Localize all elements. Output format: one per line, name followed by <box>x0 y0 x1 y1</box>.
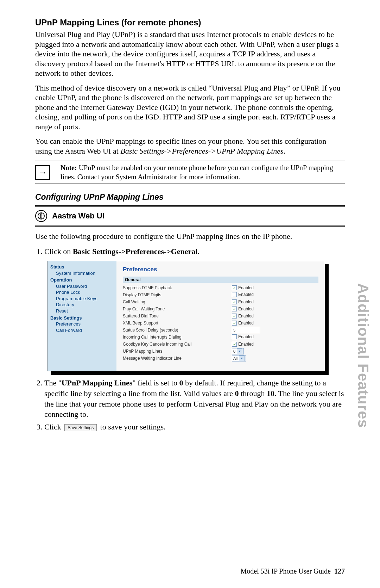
pref-control: 5 <box>232 327 318 333</box>
nav-directory[interactable]: Directory <box>56 302 114 308</box>
pref-control: ✓Enabled <box>232 321 318 326</box>
nav-progkeys[interactable]: Programmable Keys <box>56 296 114 302</box>
s1b: Basic Settings->Preferences->General <box>73 247 198 256</box>
checkbox-box-icon: ✓ <box>232 285 237 290</box>
nav-userpw[interactable]: User Password <box>56 283 114 290</box>
divider <box>35 225 345 225</box>
s1c: . <box>197 247 200 256</box>
webui-label: Aastra Web UI <box>52 211 104 221</box>
pref-label: Goodbye Key Cancels Incoming Call <box>123 342 232 347</box>
p3-c: . <box>284 147 286 155</box>
pref-label: Play Call Waiting Tone <box>123 307 232 311</box>
checkbox[interactable]: ✓Enabled <box>232 321 254 326</box>
pref-row: Goodbye Key Cancels Incoming Call✓Enable… <box>123 341 318 348</box>
select-value: 0 <box>233 349 235 353</box>
s2h: 10 <box>267 389 274 398</box>
checkbox-box-icon: ✓ <box>232 342 237 347</box>
checkbox-text: Enabled <box>238 321 254 326</box>
select-input[interactable]: All▾ <box>232 355 246 361</box>
divider <box>35 205 345 206</box>
globe-svg <box>37 212 45 220</box>
checkbox-text: Enabled <box>238 299 254 304</box>
step-3: Click Save Settings to save your setting… <box>44 422 345 432</box>
general-bar: General <box>123 277 318 283</box>
checkbox-text: Enabled <box>238 307 254 311</box>
pref-title: Preferences <box>123 266 318 273</box>
pref-row: Message Waiting Indicator LineAll▾ <box>123 355 318 362</box>
pref-rows: Suppress DTMF Playback✓EnabledDisplay DT… <box>123 284 318 362</box>
step-list: Click on Basic Settings->Preferences->Ge… <box>35 246 345 257</box>
save-settings-button[interactable]: Save Settings <box>64 424 97 431</box>
checkbox[interactable]: ✓Enabled <box>232 342 254 347</box>
checkbox-box-icon: ✓ <box>232 321 237 326</box>
step-list-cont: The "UPnP Mapping Lines" field is set to… <box>35 378 345 432</box>
paragraph-2: This method of device discovery on a net… <box>35 83 345 132</box>
s2f: 0 <box>235 389 239 398</box>
divider <box>35 206 345 207</box>
footer-text: Model 53i IP Phone User Guide <box>241 567 331 575</box>
pref-row: Play Call Waiting Tone✓Enabled <box>123 305 318 312</box>
pref-label: Display DTMF Digits <box>123 292 232 297</box>
pref-label: XML Beep Support <box>123 321 232 326</box>
nav-operation[interactable]: Operation <box>50 277 114 283</box>
pref-row: Incoming Call Interrupts DialingEnabled <box>123 334 318 341</box>
s2g: through <box>239 389 266 398</box>
pref-control: 0▾ <box>232 348 318 354</box>
note-arrow-icon: → <box>35 165 50 180</box>
pref-row: Suppress DTMF Playback✓Enabled <box>123 284 318 291</box>
checkbox-text: Enabled <box>238 342 254 347</box>
pref-control: Enabled <box>232 292 318 298</box>
note-body: UPnP must be enabled on your remote phon… <box>61 164 333 181</box>
select-input[interactable]: 0▾ <box>232 348 244 354</box>
pref-control: Enabled <box>232 334 318 340</box>
select-value: All <box>233 356 238 360</box>
step-2: The "UPnP Mapping Lines" field is set to… <box>44 378 345 420</box>
checkbox[interactable]: Enabled <box>232 292 254 297</box>
nav-callfwd[interactable]: Call Forward <box>56 327 114 334</box>
checkbox[interactable]: ✓Enabled <box>232 299 254 304</box>
nav-phonelock[interactable]: Phone Lock <box>56 289 114 296</box>
pref-row: UPnP Mapping Lines0▾ <box>123 348 318 355</box>
nav-basic[interactable]: Basic Settings <box>50 315 114 321</box>
checkbox[interactable]: ✓Enabled <box>232 285 254 290</box>
s3a: Click <box>44 422 63 431</box>
s1a: Click on <box>44 247 73 256</box>
paragraph-3: You can enable the UPnP mappings to spec… <box>35 136 345 156</box>
pref-row: Status Scroll Delay (seconds)5 <box>123 327 318 334</box>
paragraph-1: Universal Plug and Play (UPnP) is a stan… <box>35 30 345 78</box>
nav-prefs[interactable]: Preferences <box>56 321 114 327</box>
checkbox[interactable]: ✓Enabled <box>232 307 254 311</box>
screenshot-main: Preferences General Suppress DTMF Playba… <box>116 261 325 371</box>
screenshot-nav: Status System Information Operation User… <box>48 261 116 371</box>
nav-sysinfo[interactable]: System Information <box>56 270 114 277</box>
footer-page: 127 <box>334 567 345 575</box>
pref-label: Call Waiting <box>123 299 232 304</box>
p3-path: Basic Settings->Preferences->UPnP Mappin… <box>120 147 283 155</box>
checkbox-box-icon <box>232 292 237 297</box>
pref-label: Message Waiting Indicator Line <box>123 356 232 361</box>
s2d: 0 <box>179 378 183 387</box>
nav-status[interactable]: Status <box>50 264 114 270</box>
checkbox-text: Enabled <box>238 314 254 318</box>
number-input[interactable]: 5 <box>232 327 260 333</box>
checkbox[interactable]: ✓Enabled <box>232 314 254 318</box>
side-tab-label: Additional Features <box>355 283 372 428</box>
pref-label: UPnP Mapping Lines <box>123 349 232 354</box>
s2c: " field is set to <box>132 378 179 387</box>
nav-reset[interactable]: Reset <box>56 308 114 314</box>
checkbox-box-icon: ✓ <box>232 299 237 304</box>
step-1: Click on Basic Settings->Preferences->Ge… <box>44 246 345 257</box>
pref-control: ✓Enabled <box>232 307 318 312</box>
note-block: → Note: UPnP must be enabled on your rem… <box>35 163 345 181</box>
pref-control: ✓Enabled <box>232 314 318 319</box>
pref-row: XML Beep Support✓Enabled <box>123 320 318 327</box>
webui-block: Aastra Web UI <box>35 205 345 227</box>
checkbox[interactable]: Enabled <box>232 334 254 339</box>
checkbox-text: Enabled <box>238 292 254 297</box>
divider <box>35 184 345 184</box>
side-tab: Additional Features <box>355 268 372 444</box>
checkbox-box-icon: ✓ <box>232 307 237 311</box>
section-heading: UPnP Mapping Lines (for remote phones) <box>35 18 345 27</box>
checkbox-box-icon: ✓ <box>232 314 237 318</box>
screenshot-panel: Status System Information Operation User… <box>47 261 325 371</box>
